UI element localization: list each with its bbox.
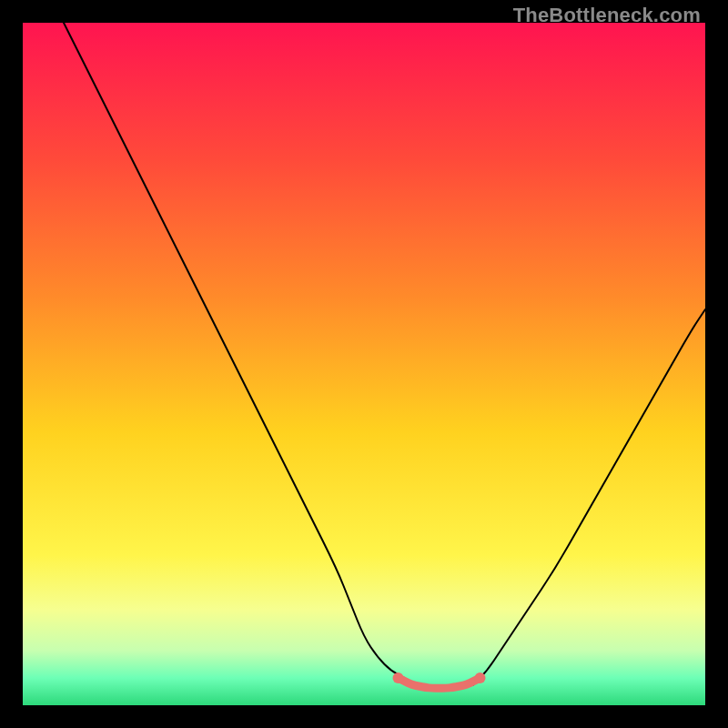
optimal-band-endpoint [393,672,404,683]
watermark-text: TheBottleneck.com [513,4,701,27]
gradient-background [23,23,705,705]
chart-canvas [23,23,705,705]
chart-frame [23,23,705,705]
optimal-band-endpoint [475,672,486,683]
